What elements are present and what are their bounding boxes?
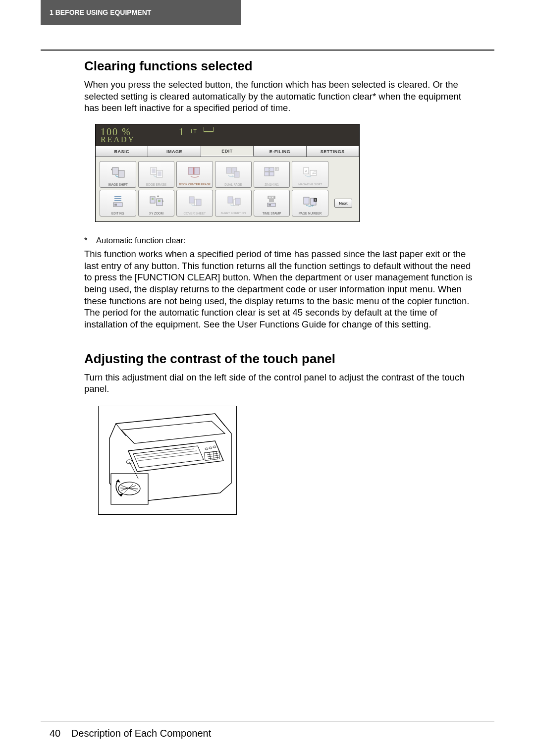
- svg-rect-5: [152, 168, 156, 173]
- footnote-header: * Automatic function clear:: [84, 236, 476, 245]
- svg-rect-36: [152, 198, 154, 200]
- footnote-star: *: [84, 236, 96, 245]
- page-number: 40: [50, 728, 60, 739]
- footnote-label: Automatic function clear:: [96, 236, 186, 245]
- xy-zoom-icon: [139, 190, 174, 212]
- page-number-icon: 1: [292, 190, 328, 212]
- chapter-header: 1 BEFORE USING EQUIPMENT: [41, 0, 241, 25]
- tab-edit[interactable]: EDIT: [201, 146, 254, 157]
- tab-image[interactable]: IMAGE: [148, 146, 201, 157]
- btn-label: EDITING: [111, 212, 124, 215]
- btn-label: BOOK CENTER ERASE: [179, 183, 210, 186]
- svg-text:1274 58: 1274 58: [268, 197, 275, 199]
- section2-intro: Turn this adjustment dial on the left si…: [84, 372, 476, 395]
- btn-label: EDGE ERASE: [146, 183, 166, 186]
- tray-icon: [204, 127, 214, 132]
- btn-cover-sheet[interactable]: COVER SHEET: [176, 190, 213, 216]
- btn-dual-page[interactable]: DUAL PAGE: [215, 161, 252, 188]
- section-title-contrast: Adjusting the contrast of the touch pane…: [84, 351, 476, 367]
- btn-label: PAGE NUMBER: [299, 212, 321, 215]
- sheet-insertion-icon: [215, 190, 251, 212]
- svg-rect-46: [235, 198, 240, 205]
- svg-rect-41: [189, 197, 194, 203]
- btn-image-shift[interactable]: IMAGE SHIFT: [100, 161, 136, 188]
- btn-label: MAGAZINE SORT: [298, 183, 322, 186]
- svg-rect-35: [150, 197, 155, 203]
- magazine-sort-icon: AA: [292, 162, 328, 183]
- btn-label: 2IN1/4IN1: [265, 183, 278, 186]
- btn-editing[interactable]: EDITING: [100, 190, 136, 216]
- btn-xy-zoom[interactable]: XY ZOOM: [138, 190, 175, 216]
- svg-rect-3: [118, 170, 124, 177]
- lcd-paper-size: LT: [191, 128, 197, 134]
- section1-intro: When you press the selected button, the …: [84, 79, 476, 114]
- btn-book-center-erase[interactable]: BOOK CENTER ERASE: [176, 161, 213, 188]
- footer-title: Description of Each Component: [71, 728, 211, 739]
- lcd-status-bar: 100 % READY 1 LT: [96, 124, 359, 146]
- btn-page-number[interactable]: 1 PAGE NUMBER: [292, 190, 328, 216]
- top-horizontal-rule: [41, 50, 494, 51]
- btn-label: XY ZOOM: [149, 212, 163, 215]
- tab-efiling[interactable]: E-FILING: [254, 146, 306, 157]
- cover-sheet-icon: [177, 190, 213, 212]
- svg-marker-40: [162, 200, 163, 202]
- svg-marker-1: [111, 168, 112, 170]
- editing-icon: [100, 190, 136, 212]
- footnote-text: This function works when a specified per…: [84, 248, 476, 330]
- btn-label: DUAL PAGE: [224, 183, 242, 186]
- svg-rect-0: [112, 167, 118, 174]
- svg-point-22: [276, 168, 278, 169]
- lcd-tabs: BASIC IMAGE EDIT E-FILING SETTINGS: [96, 146, 359, 157]
- chapter-label: 1 BEFORE USING EQUIPMENT: [50, 8, 151, 16]
- svg-rect-13: [226, 167, 231, 173]
- svg-rect-19: [265, 172, 269, 176]
- nin1-icon: [254, 162, 290, 183]
- btn-time-stamp[interactable]: 1274 58 TIME STAMP: [254, 190, 290, 216]
- tab-basic[interactable]: BASIC: [96, 146, 148, 157]
- book-center-erase-icon: [177, 162, 213, 183]
- btn-edge-erase[interactable]: EDGE ERASE: [138, 161, 175, 188]
- image-shift-icon: [100, 162, 136, 183]
- svg-rect-53: [268, 204, 271, 206]
- svg-rect-43: [196, 199, 201, 206]
- next-cell: Next: [329, 189, 357, 217]
- svg-rect-16: [234, 171, 239, 177]
- svg-rect-38: [158, 200, 160, 202]
- svg-rect-54: [304, 197, 309, 204]
- svg-rect-8: [158, 171, 161, 176]
- tab-settings[interactable]: SETTINGS: [307, 146, 359, 157]
- btn-label: TIME STAMP: [262, 212, 281, 215]
- svg-rect-34: [114, 204, 117, 206]
- lcd-status: READY: [101, 135, 135, 144]
- lcd-panel-screenshot: 100 % READY 1 LT BASIC IMAGE EDIT E-FILI…: [95, 124, 360, 222]
- section-title-clearing: Clearing functions selected: [84, 58, 476, 74]
- btn-label: IMAGE SHIFT: [108, 183, 128, 186]
- svg-rect-10: [194, 167, 200, 174]
- lcd-copy-count: 1: [179, 126, 184, 138]
- lcd-button-grid: IMAGE SHIFT EDGE ERASE BOOK CENTER ERASE…: [96, 157, 359, 221]
- svg-text:A: A: [305, 169, 308, 173]
- control-panel-illustration: [98, 406, 237, 515]
- btn-label: SHEET INSERTION: [221, 212, 246, 215]
- svg-rect-44: [228, 197, 233, 203]
- btn-next[interactable]: Next: [334, 199, 352, 208]
- btn-sheet-insertion[interactable]: SHEET INSERTION: [215, 190, 252, 216]
- btn-2in1-4in1[interactable]: 2IN1/4IN1: [254, 161, 290, 188]
- page-footer: 40 Description of Each Component: [50, 728, 211, 739]
- svg-marker-15: [232, 175, 234, 177]
- bottom-horizontal-rule: [41, 721, 494, 722]
- edge-erase-icon: [139, 162, 174, 183]
- svg-rect-20: [269, 172, 274, 176]
- svg-rect-9: [188, 167, 194, 174]
- svg-rect-17: [265, 167, 269, 171]
- btn-label: COVER SHEET: [184, 212, 206, 215]
- btn-magazine-sort[interactable]: AA MAGAZINE SORT: [292, 161, 328, 188]
- dual-page-icon: [215, 162, 251, 183]
- time-stamp-icon: 1274 58: [254, 190, 290, 212]
- spacer-r1: [329, 160, 357, 189]
- svg-marker-39: [157, 195, 159, 197]
